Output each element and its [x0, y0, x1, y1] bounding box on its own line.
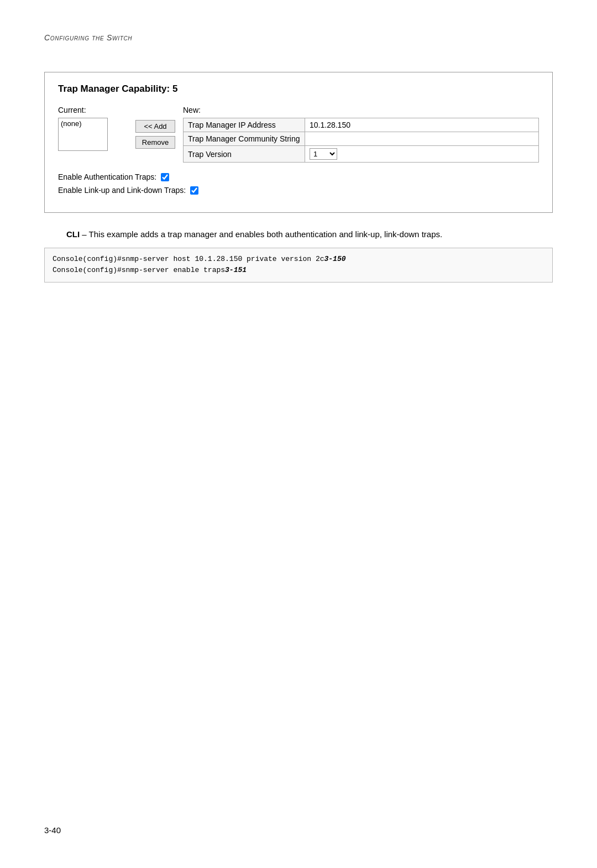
new-column: New: Trap Manager IP Address Trap Manage [183, 106, 539, 163]
current-new-section: Current: (none) << Add Remove New: Trap … [58, 106, 539, 163]
new-label: New: [183, 106, 539, 114]
auth-traps-row: Enable Authentication Traps: [58, 172, 539, 181]
remove-button[interactable]: Remove [135, 136, 175, 149]
cli-line1-ref: 3-150 [324, 255, 345, 263]
config-box-title: Trap Manager Capability: 5 [58, 83, 539, 95]
cli-line1-text: Console(config)#snmp-server host 10.1.28… [53, 255, 324, 263]
current-listbox[interactable]: (none) [58, 118, 108, 151]
field-value-community [305, 132, 539, 146]
current-column: Current: (none) [58, 106, 130, 151]
header-title: Configuring the Switch [44, 33, 132, 42]
community-string-input[interactable] [310, 134, 534, 143]
linkupdown-traps-checkbox[interactable] [190, 186, 198, 195]
trap-version-select[interactable]: 1 2 3 [310, 148, 337, 160]
ip-address-input[interactable] [310, 121, 534, 129]
current-list-value: (none) [61, 119, 82, 128]
auth-traps-label: Enable Authentication Traps: [58, 172, 156, 181]
cli-code-line-2: Console(config)#snmp-server enable traps… [53, 265, 544, 276]
cli-section: CLI – This example adds a trap manager a… [44, 228, 553, 283]
page-header: Configuring the Switch [44, 33, 132, 42]
cli-intro-text: – This example adds a trap manager and e… [82, 229, 442, 239]
new-fields-table: Trap Manager IP Address Trap Manager Com… [183, 118, 539, 163]
page-number: 3-40 [44, 825, 61, 835]
field-value-ip [305, 118, 539, 132]
page-footer: 3-40 [44, 825, 61, 835]
cli-bold-label: CLI [66, 229, 80, 239]
cli-intro: CLI – This example adds a trap manager a… [44, 228, 553, 241]
add-button[interactable]: << Add [135, 120, 175, 133]
field-label-community: Trap Manager Community String [184, 132, 305, 146]
linkupdown-traps-label: Enable Link-up and Link-down Traps: [58, 186, 186, 195]
auth-traps-checkbox[interactable] [161, 173, 169, 181]
table-row: Trap Manager Community String [184, 132, 539, 146]
field-label-ip: Trap Manager IP Address [184, 118, 305, 132]
linkupdown-traps-row: Enable Link-up and Link-down Traps: [58, 186, 539, 195]
cli-line2-ref: 3-151 [225, 266, 247, 274]
table-row: Trap Version 1 2 3 [184, 146, 539, 163]
table-row: Trap Manager IP Address [184, 118, 539, 132]
config-box: Trap Manager Capability: 5 Current: (non… [44, 72, 553, 213]
cli-line2-text: Console(config)#snmp-server enable traps [53, 266, 225, 274]
field-value-version: 1 2 3 [305, 146, 539, 163]
button-column: << Add Remove [135, 106, 175, 149]
checkboxes-section: Enable Authentication Traps: Enable Link… [58, 172, 539, 195]
cli-code-box: Console(config)#snmp-server host 10.1.28… [44, 248, 553, 283]
field-label-version: Trap Version [184, 146, 305, 163]
main-content: Trap Manager Capability: 5 Current: (non… [44, 72, 553, 283]
current-label: Current: [58, 106, 130, 114]
cli-code-line-1: Console(config)#snmp-server host 10.1.28… [53, 254, 544, 265]
